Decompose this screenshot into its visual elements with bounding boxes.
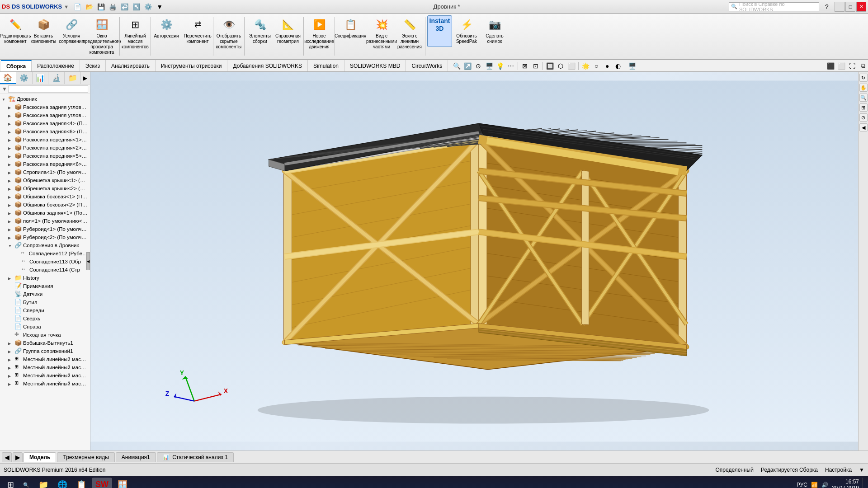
preview-window-btn[interactable]: 🪟 Окно предварительного просмотра компон…	[86, 15, 118, 57]
assembly-features-btn[interactable]: 🔩 Элементы сборки	[246, 15, 274, 47]
tree-item-mate2[interactable]: ↔️ Совпадение113 (Обр	[0, 258, 90, 266]
options-btn[interactable]: ⚙️	[143, 2, 153, 12]
tab-assembly[interactable]: Сборка	[1, 60, 32, 71]
view-normal-btn[interactable]: ⊙	[859, 113, 868, 122]
tree-item-5[interactable]: 📦 Раскосина передняя<2> (По умо	[0, 144, 90, 152]
3d-viewport[interactable]: X Y Z	[90, 72, 858, 450]
taskbar-explorer2-btn[interactable]: 📋	[73, 478, 90, 488]
tree-item-7[interactable]: 📦 Раскосина передняя<6> (По умо	[0, 160, 90, 168]
tree-item-lp2[interactable]: ⊞ Местный линейный массив2	[0, 363, 90, 371]
panel-tab-property[interactable]: ⚙️	[16, 72, 33, 84]
bottom-tab-icon1[interactable]: ◀	[2, 452, 12, 462]
close-btn[interactable]: ✕	[856, 2, 866, 12]
select-all-btn[interactable]: ⊡	[531, 61, 541, 71]
view-fit-btn[interactable]: ⊞	[859, 103, 868, 112]
view-prev-btn[interactable]: ◀	[859, 123, 868, 131]
tree-item-15[interactable]: 📦 Рубероид<1> (По умолчанию<<	[0, 225, 90, 233]
tab-analyze[interactable]: Анализировать	[106, 60, 156, 71]
shading-btn[interactable]: 🔲	[545, 61, 555, 71]
shadows-btn[interactable]: ●	[602, 61, 612, 71]
tab-solidworks-addons[interactable]: Добавления SOLIDWORKS	[227, 60, 308, 71]
tab-simulation[interactable]: Simulation	[308, 60, 344, 71]
select-btn[interactable]: ↖️	[131, 2, 141, 12]
move-component-btn[interactable]: ⇄ Переместить компонент	[184, 15, 211, 47]
tab-model[interactable]: Модель	[24, 452, 56, 462]
tree-item-lp3[interactable]: ⊞ Местный линейный массив3	[0, 371, 90, 380]
minimize-btn[interactable]: −	[835, 2, 844, 12]
tree-item-notes[interactable]: 📝 Примечания	[0, 282, 90, 290]
taskbar-chrome-btn[interactable]: 🌐	[54, 478, 71, 488]
save-btn[interactable]: 💾	[96, 2, 106, 12]
reference-geometry-btn[interactable]: 📐 Справочная геометрия	[274, 15, 302, 47]
tree-item-front[interactable]: 📄 Спереди	[0, 306, 90, 314]
tab-static-analysis[interactable]: 📊 Статический анализ 1	[157, 452, 234, 462]
undo-btn[interactable]: ↩️	[119, 2, 129, 12]
tree-item-mate1[interactable]: ↔️ Совпадение112 (Рубероид	[0, 249, 90, 258]
left-panel-collapse-btn[interactable]: ◀	[86, 252, 90, 270]
tree-item-14[interactable]: 📦 пол<1> (По умолчанию<<По ум	[0, 217, 90, 225]
taskbar-solidworks-btn[interactable]: SW	[92, 478, 112, 488]
tree-item-3[interactable]: 📦 Раскосина задняя<6> (По умолч	[0, 127, 90, 136]
screen-display-btn[interactable]: 🖥️	[627, 61, 637, 71]
tree-item-6[interactable]: 📦 Раскосина передняя<5> (По умо	[0, 152, 90, 160]
tab-animation1[interactable]: Анимация1	[116, 452, 156, 462]
filter-input[interactable]	[8, 85, 88, 93]
panel-tab-feature[interactable]: 🏠	[0, 72, 16, 84]
tree-item-8[interactable]: 📦 Стропила<1> (По умолчанию<<	[0, 168, 90, 176]
view-options-btn[interactable]: 🔍	[452, 61, 462, 71]
bottom-tab-icon2[interactable]: ▶	[13, 452, 23, 462]
tree-item-1[interactable]: 📦 Раскосина задняя угловая<2> (П	[0, 111, 90, 119]
tree-item-10[interactable]: 📦 Обрешетка крыши<2> (По умол	[0, 184, 90, 192]
tree-item-history[interactable]: 📁 History	[0, 274, 90, 282]
show-desktop-btn[interactable]	[863, 478, 864, 488]
wireframe-btn[interactable]: ⬡	[556, 61, 566, 71]
tile-v-btn[interactable]: ⬜	[836, 61, 846, 71]
tab-circuitworks[interactable]: CircuitWorks	[406, 60, 448, 71]
select-filter-btn[interactable]: ⊠	[520, 61, 530, 71]
display-states-btn[interactable]: ◐	[613, 61, 623, 71]
tree-item-lp1[interactable]: ⊞ Местный линейный массив1	[0, 355, 90, 363]
tree-item-11[interactable]: 📦 Обшивка боковая<1> (По умолч	[0, 192, 90, 201]
tree-item-13[interactable]: 📦 Обшивка задняя<1> (По умолча	[0, 209, 90, 217]
update-speedpak-btn[interactable]: ⚡ Обновить SpeedPak	[453, 15, 480, 47]
new-btn[interactable]: 📄	[72, 2, 82, 12]
new-study-btn[interactable]: ▶️ Новое исследование движения	[306, 15, 333, 52]
more-btn[interactable]: ▼	[155, 2, 165, 12]
panel-tab-dimxpert[interactable]: 🔬	[48, 72, 65, 84]
tree-item-butyl[interactable]: 📄 Бутил	[0, 298, 90, 306]
tree-item-boss[interactable]: 📦 Бобышка-Вытянуть1	[0, 339, 90, 347]
tab-layout[interactable]: Расположение	[32, 60, 80, 71]
tree-item-2[interactable]: 📦 Раскосина задняя<4> (По умолч	[0, 119, 90, 127]
view-display-btn[interactable]: 🖥️	[484, 61, 494, 71]
restore-btn[interactable]: □	[845, 2, 855, 12]
tree-item-origin[interactable]: ✚ Исходная точка	[0, 331, 90, 339]
settings-dropdown[interactable]: ▼	[859, 467, 864, 473]
tree-item-4[interactable]: 📦 Раскосина передняя<1> (По умо	[0, 136, 90, 144]
view-pan-btn[interactable]: ✋	[859, 84, 868, 92]
max-btn[interactable]: ⛶	[847, 61, 857, 71]
print-btn[interactable]: 🖨️	[108, 2, 118, 12]
smart-fasteners-btn[interactable]: ⚙️ Авторекежи	[153, 15, 180, 47]
taskbar-explorer-btn[interactable]: 📁	[35, 478, 52, 488]
snapshot-btn[interactable]: 📷 Сделать снимок	[481, 15, 508, 47]
panel-nav-right[interactable]: ▶	[81, 72, 90, 84]
realview-btn[interactable]: 🌟	[580, 61, 590, 71]
panel-tab-display[interactable]: 📁	[65, 72, 81, 84]
settings-label[interactable]: Настройка	[825, 467, 852, 473]
tree-item-mate3[interactable]: ↔️ Совпадение114 (Стр	[0, 266, 90, 274]
tree-root[interactable]: 🏗️ Дровник	[0, 95, 90, 103]
view-more-btn[interactable]: ⋯	[506, 61, 516, 71]
ambient-occlusion-btn[interactable]: ○	[591, 61, 601, 71]
taskbar-windows-btn[interactable]: 🪟	[114, 478, 131, 488]
panel-tab-config[interactable]: 📊	[33, 72, 49, 84]
explode-sketch-btn[interactable]: 📏 Эскиз с линиями разнесения	[396, 15, 423, 52]
show-hidden-btn[interactable]: 👁️ Отобразить скрытые компоненты	[215, 15, 242, 52]
mate-btn[interactable]: 🔗 Условия сопряжения	[58, 15, 85, 47]
tree-item-mategroup[interactable]: 🔗 Группа сопряжений1	[0, 347, 90, 355]
edit-component-btn[interactable]: ✏️ Редактировать компонент	[2, 15, 29, 47]
taskbar-search-btn[interactable]: 🔍	[19, 478, 33, 488]
tab-drawing-tools[interactable]: Инструменты отрисовки	[156, 60, 228, 71]
view-orient-btn[interactable]: ↗️	[462, 61, 472, 71]
tab-sketch[interactable]: Эскиз	[80, 60, 106, 71]
help-search-box[interactable]: 🔍 Поиск в Справке по SOLIDWORKS	[729, 2, 819, 11]
